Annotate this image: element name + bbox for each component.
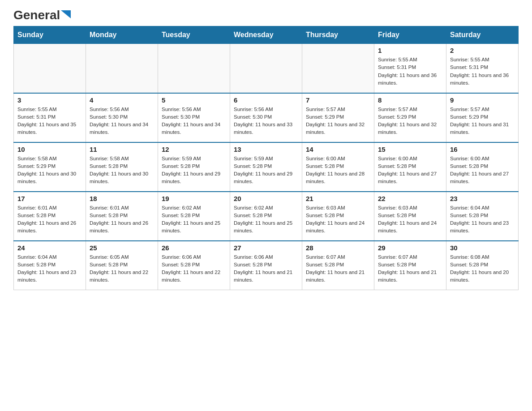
calendar-cell: 5Sunrise: 5:56 AMSunset: 5:30 PMDaylight… [158,93,230,142]
day-of-week-header: Friday [374,26,446,44]
calendar-cell: 24Sunrise: 6:04 AMSunset: 5:28 PMDayligh… [14,241,86,290]
day-number: 17 [17,195,82,202]
day-number: 25 [90,244,154,252]
calendar-cell: 29Sunrise: 6:07 AMSunset: 5:28 PMDayligh… [374,241,446,290]
day-sun-info: Sunrise: 5:58 AMSunset: 5:29 PMDaylight:… [17,155,82,186]
calendar-cell: 21Sunrise: 6:03 AMSunset: 5:28 PMDayligh… [302,192,374,241]
day-of-week-header: Saturday [446,26,519,44]
day-sun-info: Sunrise: 5:59 AMSunset: 5:28 PMDaylight:… [234,155,298,186]
day-number: 22 [378,195,442,202]
day-number: 10 [17,146,82,153]
day-sun-info: Sunrise: 6:08 AMSunset: 5:28 PMDaylight:… [450,253,515,284]
day-number: 14 [306,146,370,153]
calendar-cell: 1Sunrise: 5:55 AMSunset: 5:31 PMDaylight… [374,44,446,93]
day-number: 26 [162,244,226,252]
day-sun-info: Sunrise: 6:06 AMSunset: 5:28 PMDaylight:… [162,253,226,284]
day-sun-info: Sunrise: 5:58 AMSunset: 5:28 PMDaylight:… [90,155,154,186]
calendar-cell: 2Sunrise: 5:55 AMSunset: 5:31 PMDaylight… [446,44,519,93]
calendar-cell: 10Sunrise: 5:58 AMSunset: 5:29 PMDayligh… [14,142,86,192]
day-number: 13 [234,146,298,153]
day-sun-info: Sunrise: 6:01 AMSunset: 5:28 PMDaylight:… [17,204,82,235]
calendar-cell: 18Sunrise: 6:01 AMSunset: 5:28 PMDayligh… [86,192,158,241]
calendar-cell: 27Sunrise: 6:06 AMSunset: 5:28 PMDayligh… [230,241,302,290]
calendar-cell: 4Sunrise: 5:56 AMSunset: 5:30 PMDaylight… [86,93,158,142]
calendar-cell: 11Sunrise: 5:58 AMSunset: 5:28 PMDayligh… [86,142,158,192]
calendar-cell: 20Sunrise: 6:02 AMSunset: 5:28 PMDayligh… [230,192,302,241]
calendar-week-row: 17Sunrise: 6:01 AMSunset: 5:28 PMDayligh… [14,192,519,241]
calendar-cell: 22Sunrise: 6:03 AMSunset: 5:28 PMDayligh… [374,192,446,241]
calendar-cell: 15Sunrise: 6:00 AMSunset: 5:28 PMDayligh… [374,142,446,192]
day-of-week-header: Wednesday [230,26,302,44]
day-sun-info: Sunrise: 6:07 AMSunset: 5:28 PMDaylight:… [378,253,442,284]
day-sun-info: Sunrise: 6:03 AMSunset: 5:28 PMDaylight:… [378,204,442,235]
calendar-table: SundayMondayTuesdayWednesdayThursdayFrid… [13,26,519,290]
day-sun-info: Sunrise: 6:00 AMSunset: 5:28 PMDaylight:… [378,155,442,186]
logo-general: General [13,9,60,21]
day-sun-info: Sunrise: 6:02 AMSunset: 5:28 PMDaylight:… [234,204,298,235]
day-sun-info: Sunrise: 6:00 AMSunset: 5:28 PMDaylight:… [306,155,370,186]
day-number: 24 [17,244,82,252]
day-sun-info: Sunrise: 5:55 AMSunset: 5:31 PMDaylight:… [17,106,82,137]
svg-marker-0 [61,10,71,18]
calendar-cell: 30Sunrise: 6:08 AMSunset: 5:28 PMDayligh… [446,241,519,290]
calendar-cell: 9Sunrise: 5:57 AMSunset: 5:29 PMDaylight… [446,93,519,142]
day-sun-info: Sunrise: 6:04 AMSunset: 5:28 PMDaylight:… [450,204,515,235]
calendar-cell [302,44,374,93]
day-sun-info: Sunrise: 5:55 AMSunset: 5:31 PMDaylight:… [378,56,442,87]
day-sun-info: Sunrise: 5:55 AMSunset: 5:31 PMDaylight:… [450,56,515,87]
day-sun-info: Sunrise: 5:56 AMSunset: 5:30 PMDaylight:… [90,106,154,137]
day-number: 28 [306,244,370,252]
day-number: 4 [90,96,154,104]
calendar-cell [158,44,230,93]
day-number: 2 [450,47,515,54]
logo: General [13,9,71,21]
day-sun-info: Sunrise: 6:07 AMSunset: 5:28 PMDaylight:… [306,253,370,284]
calendar-cell [230,44,302,93]
day-number: 18 [90,195,154,202]
calendar-week-row: 24Sunrise: 6:04 AMSunset: 5:28 PMDayligh… [14,241,519,290]
day-number: 12 [162,146,226,153]
day-number: 15 [378,146,442,153]
calendar-cell: 3Sunrise: 5:55 AMSunset: 5:31 PMDaylight… [14,93,86,142]
calendar-cell: 19Sunrise: 6:02 AMSunset: 5:28 PMDayligh… [158,192,230,241]
day-number: 27 [234,244,298,252]
day-sun-info: Sunrise: 6:04 AMSunset: 5:28 PMDaylight:… [17,253,82,284]
day-sun-info: Sunrise: 5:59 AMSunset: 5:28 PMDaylight:… [162,155,226,186]
calendar-cell [14,44,86,93]
calendar-cell: 28Sunrise: 6:07 AMSunset: 5:28 PMDayligh… [302,241,374,290]
day-of-week-header: Thursday [302,26,374,44]
day-of-week-header: Sunday [14,26,86,44]
calendar-cell: 12Sunrise: 5:59 AMSunset: 5:28 PMDayligh… [158,142,230,192]
day-sun-info: Sunrise: 6:06 AMSunset: 5:28 PMDaylight:… [234,253,298,284]
day-number: 20 [234,195,298,202]
day-sun-info: Sunrise: 6:00 AMSunset: 5:28 PMDaylight:… [450,155,515,186]
calendar-week-row: 3Sunrise: 5:55 AMSunset: 5:31 PMDaylight… [14,93,519,142]
day-sun-info: Sunrise: 5:57 AMSunset: 5:29 PMDaylight:… [450,106,515,137]
calendar-cell [86,44,158,93]
day-number: 1 [378,47,442,54]
day-number: 3 [17,96,82,104]
day-number: 7 [306,96,370,104]
day-sun-info: Sunrise: 6:01 AMSunset: 5:28 PMDaylight:… [90,204,154,235]
calendar-cell: 17Sunrise: 6:01 AMSunset: 5:28 PMDayligh… [14,192,86,241]
day-sun-info: Sunrise: 5:56 AMSunset: 5:30 PMDaylight:… [162,106,226,137]
day-number: 8 [378,96,442,104]
calendar-week-row: 1Sunrise: 5:55 AMSunset: 5:31 PMDaylight… [14,44,519,93]
day-sun-info: Sunrise: 6:05 AMSunset: 5:28 PMDaylight:… [90,253,154,284]
day-number: 19 [162,195,226,202]
day-of-week-header: Monday [86,26,158,44]
day-of-week-header: Tuesday [158,26,230,44]
page-header: General [13,9,519,21]
day-number: 16 [450,146,515,153]
calendar-cell: 16Sunrise: 6:00 AMSunset: 5:28 PMDayligh… [446,142,519,192]
day-number: 29 [378,244,442,252]
day-sun-info: Sunrise: 6:02 AMSunset: 5:28 PMDaylight:… [162,204,226,235]
day-number: 9 [450,96,515,104]
day-sun-info: Sunrise: 5:57 AMSunset: 5:29 PMDaylight:… [306,106,370,137]
calendar-cell: 6Sunrise: 5:56 AMSunset: 5:30 PMDaylight… [230,93,302,142]
calendar-header-row: SundayMondayTuesdayWednesdayThursdayFrid… [14,26,519,44]
day-number: 11 [90,146,154,153]
calendar-cell: 26Sunrise: 6:06 AMSunset: 5:28 PMDayligh… [158,241,230,290]
calendar-cell: 7Sunrise: 5:57 AMSunset: 5:29 PMDaylight… [302,93,374,142]
day-number: 5 [162,96,226,104]
